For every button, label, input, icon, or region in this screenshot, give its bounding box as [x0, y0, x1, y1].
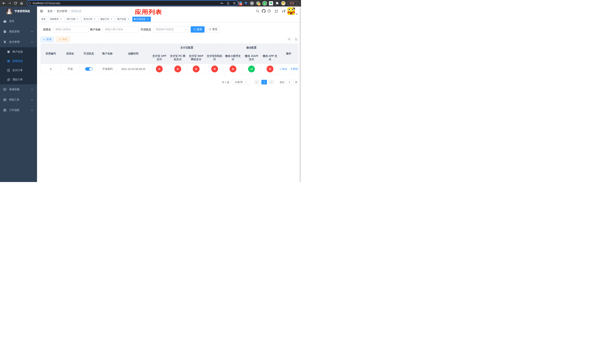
svg-text:¥: ¥ [8, 69, 9, 71]
